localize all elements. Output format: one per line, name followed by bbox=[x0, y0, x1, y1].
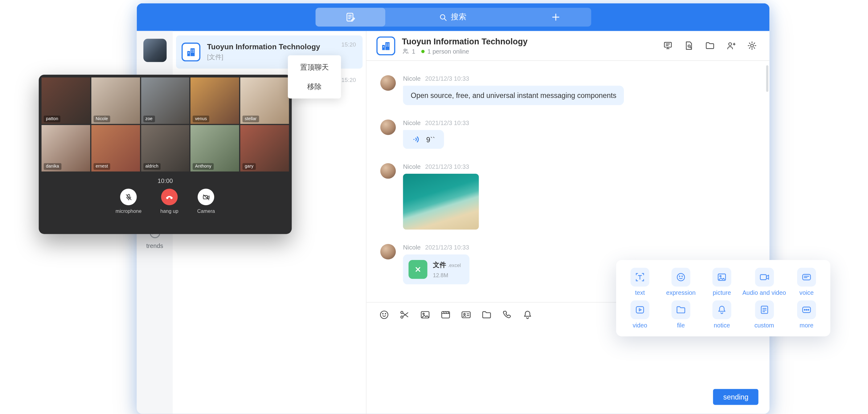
hangup-button[interactable]: hang up bbox=[160, 189, 178, 214]
text-icon bbox=[631, 268, 649, 286]
panel-label: text bbox=[635, 289, 645, 296]
participant-tile[interactable]: Nicole bbox=[91, 77, 140, 124]
voice-wave-icon bbox=[412, 134, 422, 144]
message-time: 2021/12/3 10:33 bbox=[425, 163, 469, 170]
top-bar: 搜索 bbox=[137, 3, 770, 31]
sender-avatar[interactable] bbox=[380, 75, 396, 91]
members-icon bbox=[402, 47, 409, 55]
panel-item-file[interactable]: file bbox=[660, 300, 702, 329]
add-member-icon[interactable] bbox=[725, 40, 736, 51]
plus-icon bbox=[551, 12, 560, 22]
participant-name: patton bbox=[44, 116, 60, 122]
voice-bubble[interactable]: 9`` bbox=[403, 130, 444, 149]
panel-item-video[interactable]: video bbox=[620, 300, 660, 329]
participant-tile[interactable]: ernest bbox=[91, 125, 140, 171]
message-bubble[interactable]: Open source, free, and universal instant… bbox=[403, 86, 624, 105]
settings-gear-icon[interactable] bbox=[747, 40, 757, 51]
participant-tile[interactable]: venus bbox=[190, 77, 239, 124]
panel-label: expression bbox=[666, 289, 696, 296]
sender-avatar[interactable] bbox=[380, 244, 396, 259]
participant-name: danika bbox=[44, 164, 61, 170]
image-icon[interactable] bbox=[420, 309, 431, 320]
participant-tile[interactable]: danika bbox=[41, 125, 90, 171]
participant-tile[interactable]: stellar bbox=[241, 77, 289, 124]
note-icon bbox=[345, 12, 356, 23]
notes-button[interactable] bbox=[315, 8, 385, 27]
participant-name: zoe bbox=[143, 116, 155, 122]
panel-item-notice[interactable]: notice bbox=[701, 300, 742, 329]
file-search-icon[interactable] bbox=[684, 40, 694, 51]
emoji-icon[interactable] bbox=[378, 309, 390, 320]
announcement-icon[interactable] bbox=[663, 40, 673, 51]
participant-tile[interactable]: aldrich bbox=[141, 125, 190, 171]
file-ext: .excel bbox=[448, 263, 461, 268]
my-avatar[interactable] bbox=[143, 39, 166, 62]
image-attachment[interactable] bbox=[403, 174, 479, 229]
search-placeholder: 搜索 bbox=[451, 12, 466, 22]
call-controls: microphone hang up Camera bbox=[39, 189, 292, 214]
microphone-button[interactable]: microphone bbox=[116, 189, 142, 214]
search-bar: 搜索 bbox=[315, 8, 591, 27]
search-input[interactable]: 搜索 bbox=[385, 8, 520, 27]
conversation-context-menu: 置顶聊天 移除 bbox=[288, 56, 341, 99]
menu-item-remove[interactable]: 移除 bbox=[288, 77, 341, 96]
add-button[interactable] bbox=[520, 8, 591, 27]
call-phone-icon[interactable] bbox=[501, 309, 513, 320]
participant-name: Anthony bbox=[193, 164, 214, 170]
panel-item-more[interactable]: more bbox=[786, 300, 827, 329]
contact-card-icon[interactable] bbox=[461, 309, 472, 320]
menu-item-pin[interactable]: 置顶聊天 bbox=[288, 58, 341, 77]
chat-header: Tuoyun Information Technology 1 1 person… bbox=[367, 31, 769, 61]
excel-file-icon bbox=[408, 260, 427, 279]
hangup-label: hang up bbox=[160, 209, 178, 214]
member-count: 1 bbox=[412, 48, 415, 55]
chat-title: Tuoyun Information Technology bbox=[402, 37, 663, 46]
participant-name: Nicole bbox=[93, 116, 110, 122]
chat-pane: Tuoyun Information Technology 1 1 person… bbox=[367, 31, 769, 414]
file-folder-icon[interactable] bbox=[481, 309, 492, 320]
panel-label: video bbox=[632, 322, 647, 329]
participant-grid: patton Nicole zoe venus stellar danika e… bbox=[41, 77, 289, 171]
camera-off-icon bbox=[198, 189, 215, 205]
group-avatar bbox=[182, 42, 200, 61]
voice-icon bbox=[797, 268, 816, 286]
panel-item-custom[interactable]: custom bbox=[742, 300, 786, 329]
panel-label: voice bbox=[800, 289, 814, 296]
sender-name: Nicole bbox=[403, 244, 421, 251]
participant-tile[interactable]: gary bbox=[241, 125, 289, 171]
send-button[interactable]: sending bbox=[713, 389, 758, 405]
participant-name: gary bbox=[243, 164, 255, 170]
panel-label: notice bbox=[714, 322, 730, 329]
panel-item-audio-video[interactable]: Audio and video bbox=[742, 268, 786, 296]
folder-icon[interactable] bbox=[705, 40, 715, 51]
file-icon bbox=[671, 300, 690, 319]
camera-button[interactable]: Camera bbox=[197, 189, 215, 214]
video-clapper-icon[interactable] bbox=[440, 309, 451, 320]
panel-item-voice[interactable]: voice bbox=[786, 268, 827, 296]
panel-label: custom bbox=[754, 322, 774, 329]
participant-name: venus bbox=[193, 116, 209, 122]
sender-avatar[interactable] bbox=[380, 120, 396, 135]
file-attachment[interactable]: 文件.excel 12.8M bbox=[403, 254, 469, 284]
participant-tile[interactable]: Anthony bbox=[190, 125, 239, 171]
audio-video-icon bbox=[755, 268, 774, 286]
screenshot-scissors-icon[interactable] bbox=[399, 309, 410, 320]
voice-duration: 9`` bbox=[426, 135, 435, 144]
more-icon bbox=[797, 300, 816, 319]
call-timer: 10:00 bbox=[39, 178, 292, 184]
sender-avatar[interactable] bbox=[380, 163, 396, 179]
participant-tile[interactable]: zoe bbox=[141, 77, 190, 124]
panel-item-picture[interactable]: picture bbox=[701, 268, 742, 296]
notice-bell-icon[interactable] bbox=[522, 309, 533, 320]
message-image: Nicole2021/12/3 10:33 bbox=[367, 163, 769, 230]
participant-tile[interactable]: patton bbox=[41, 77, 90, 124]
participant-name: ernest bbox=[93, 164, 110, 170]
panel-item-expression[interactable]: expression bbox=[660, 268, 702, 296]
hangup-icon bbox=[161, 189, 178, 205]
microphone-label: microphone bbox=[116, 209, 142, 214]
panel-item-text[interactable]: text bbox=[620, 268, 660, 296]
message-input[interactable]: sending bbox=[367, 327, 769, 414]
page: 搜索 bbox=[0, 0, 868, 414]
mic-off-icon bbox=[120, 189, 137, 205]
scrollbar-thumb[interactable] bbox=[766, 65, 769, 92]
